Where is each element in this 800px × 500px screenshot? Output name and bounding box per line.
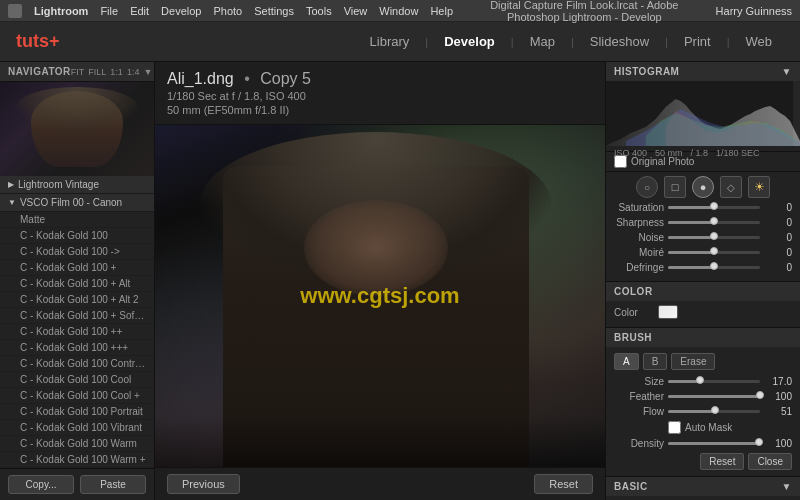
brush-close-button[interactable]: Close: [748, 453, 792, 470]
preset-kodak-gold-100-alt[interactable]: C - Kodak Gold 100 + Alt: [0, 276, 154, 292]
navigator-controls: FIT FILL 1:1 1:4 ▼: [71, 67, 152, 77]
navigator-thumbnail: [0, 82, 154, 176]
preset-kodak-gold-100-ppp[interactable]: C - Kodak Gold 100 +++: [0, 340, 154, 356]
copy-button[interactable]: Copy...: [8, 475, 74, 494]
nav-web[interactable]: Web: [734, 30, 785, 53]
preset-kodak-gold-100-cool[interactable]: C - Kodak Gold 100 Cool: [0, 372, 154, 388]
histogram-expand-icon[interactable]: ▼: [782, 66, 792, 77]
nav-print[interactable]: Print: [672, 30, 723, 53]
moire-thumb[interactable]: [710, 247, 718, 255]
saturation-thumb[interactable]: [710, 202, 718, 210]
brush-flow-thumb[interactable]: [711, 406, 719, 414]
preset-kodak-gold-100-pp[interactable]: C - Kodak Gold 100 ++: [0, 324, 154, 340]
circle-icon[interactable]: ○: [636, 176, 658, 198]
noise-label: Noise: [614, 232, 664, 243]
preset-kodak-gold-100-warm[interactable]: C - Kodak Gold 100 Warm: [0, 436, 154, 452]
sharpness-row: Sharpness 0: [614, 217, 792, 228]
left-panel-footer: Copy... Paste: [0, 468, 154, 500]
brush-tab-erase[interactable]: Erase: [671, 353, 715, 370]
preset-kodak-gold-100-arrow[interactable]: C - Kodak Gold 100 ->: [0, 244, 154, 260]
menu-tools[interactable]: Tools: [306, 5, 332, 17]
brush-reset-button[interactable]: Reset: [700, 453, 744, 470]
sun-icon[interactable]: ☀: [748, 176, 770, 198]
square-icon[interactable]: □: [664, 176, 686, 198]
preset-kodak-gold-100-alt2[interactable]: C - Kodak Gold 100 + Alt 2: [0, 292, 154, 308]
previous-button[interactable]: Previous: [167, 474, 240, 494]
saturation-track[interactable]: [668, 206, 760, 209]
nav-1-4[interactable]: 1:4: [127, 67, 140, 77]
brush-feather-track[interactable]: [668, 395, 760, 398]
noise-value: 0: [764, 232, 792, 243]
color-header: Color: [606, 282, 800, 301]
image-info: Ali_1.dng • Copy 5 1/1/180180 Sec at f /…: [155, 62, 605, 125]
brush-density-track[interactable]: [668, 442, 760, 445]
diamond-icon[interactable]: ◇: [720, 176, 742, 198]
nav-library[interactable]: Library: [358, 30, 422, 53]
preset-matte[interactable]: Matte: [0, 212, 154, 228]
preset-kodak-gold-100-vibrant[interactable]: C - Kodak Gold 100 Vibrant: [0, 420, 154, 436]
preset-kodak-gold-100-portrait[interactable]: C - Kodak Gold 100 Portrait: [0, 404, 154, 420]
defringe-thumb[interactable]: [710, 262, 718, 270]
preset-group-vsco-header[interactable]: ▼ VSCO Film 00 - Canon: [0, 194, 154, 212]
iso: ISO 400: [266, 90, 306, 102]
nav-fit[interactable]: FIT: [71, 67, 85, 77]
preset-kodak-gold-100-plus[interactable]: C - Kodak Gold 100 +: [0, 260, 154, 276]
nav-develop[interactable]: Develop: [432, 30, 507, 53]
preset-kodak-gold-100-soft[interactable]: C - Kodak Gold 100 + Soft Highs: [0, 308, 154, 324]
sharpness-thumb[interactable]: [710, 217, 718, 225]
menu-settings[interactable]: Settings: [254, 5, 294, 17]
brush-size-thumb[interactable]: [696, 376, 704, 384]
menu-window[interactable]: Window: [379, 5, 418, 17]
menu-file[interactable]: File: [100, 5, 118, 17]
noise-track[interactable]: [668, 236, 760, 239]
nav-fill[interactable]: FILL: [88, 67, 106, 77]
preset-kodak-gold-100-cool-plus[interactable]: C - Kodak Gold 100 Cool +: [0, 388, 154, 404]
brush-density-thumb[interactable]: [755, 438, 763, 446]
menu-develop[interactable]: Develop: [161, 5, 201, 17]
color-content: Color: [606, 301, 800, 327]
noise-thumb[interactable]: [710, 232, 718, 240]
reset-footer-button[interactable]: Reset: [534, 474, 593, 494]
brush-feather-thumb[interactable]: [756, 391, 764, 399]
filename-text: Ali_1.dng: [167, 70, 234, 87]
menu-view[interactable]: View: [344, 5, 368, 17]
saturation-label: Saturation: [614, 202, 664, 213]
defringe-fill: [668, 266, 714, 269]
paste-button[interactable]: Paste: [80, 475, 146, 494]
logo: tuts+: [16, 31, 60, 52]
brush-flow-fill: [668, 410, 715, 413]
moire-track[interactable]: [668, 251, 760, 254]
menu-help[interactable]: Help: [430, 5, 453, 17]
image-footer: Previous Reset: [155, 467, 605, 500]
nav-sep-3: |: [571, 36, 574, 48]
defringe-track[interactable]: [668, 266, 760, 269]
brush-flow-track[interactable]: [668, 410, 760, 413]
nav-slideshow[interactable]: Slideshow: [578, 30, 661, 53]
menu-edit[interactable]: Edit: [130, 5, 149, 17]
brush-title: Brush: [614, 332, 652, 343]
menubar-right: Harry Guinness: [716, 5, 792, 17]
histogram-title: Histogram: [614, 66, 679, 77]
preset-kodak-gold-100-contrast[interactable]: C - Kodak Gold 100 Contrast +: [0, 356, 154, 372]
brush-tab-a[interactable]: A: [614, 353, 639, 370]
preset-kodak-gold-100[interactable]: C - Kodak Gold 100: [0, 228, 154, 244]
image-view[interactable]: www.cgtsj.com: [155, 125, 605, 467]
auto-mask-row: Auto Mask: [668, 421, 792, 434]
preset-group-vintage-header[interactable]: ▶ Lightroom Vintage: [0, 176, 154, 194]
preset-kodak-gold-100-warm-plus[interactable]: C - Kodak Gold 100 Warm +: [0, 452, 154, 468]
brush-size-track[interactable]: [668, 380, 760, 383]
auto-mask-checkbox[interactable]: [668, 421, 681, 434]
nav-map[interactable]: Map: [518, 30, 567, 53]
color-swatch[interactable]: [658, 305, 678, 319]
nav-more[interactable]: ▼: [143, 67, 152, 77]
basic-expand-icon[interactable]: ▼: [782, 481, 792, 492]
sharpness-track[interactable]: [668, 221, 760, 224]
brush-tab-b[interactable]: B: [643, 353, 668, 370]
aperture: f / 1.8: [232, 90, 260, 102]
brush-flow-row: Flow 51: [614, 406, 792, 417]
menu-photo[interactable]: Photo: [213, 5, 242, 17]
original-photo-checkbox[interactable]: [614, 155, 627, 168]
nav-1-1[interactable]: 1:1: [110, 67, 123, 77]
saturation-value: 0: [764, 202, 792, 213]
active-circle-icon[interactable]: ●: [692, 176, 714, 198]
